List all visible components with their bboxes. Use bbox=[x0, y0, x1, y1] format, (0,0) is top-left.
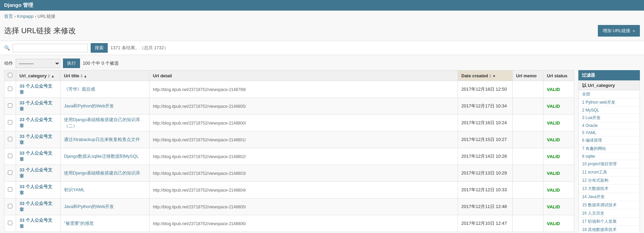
breadcrumb-home[interactable]: 首页 bbox=[4, 14, 13, 19]
row-date: 2017年12月17日 10:34 bbox=[458, 98, 513, 115]
row-status: VALID bbox=[543, 81, 574, 98]
search-button[interactable]: 搜索 bbox=[91, 43, 108, 53]
col-status-header: Url status bbox=[543, 70, 574, 81]
row-title[interactable]: "被需要"的感觉 bbox=[61, 215, 149, 232]
row-title[interactable]: 使用Django基础模板搭建自己的知识库（二） bbox=[61, 115, 149, 131]
row-date: 2017年12月10日 12:47 bbox=[458, 215, 513, 232]
row-checkbox[interactable] bbox=[8, 187, 12, 192]
filter-item[interactable]: 10 project项目管理 bbox=[578, 160, 640, 168]
main-layout: Url_category 2 ▲ Url title 3 ▲ Url detai… bbox=[0, 70, 644, 233]
row-checkbox[interactable] bbox=[8, 154, 12, 158]
row-date: 2017年12月16日 10:24 bbox=[458, 115, 513, 131]
row-detail: http://blog.itpub.net/23718752/viewspace… bbox=[149, 98, 458, 115]
row-checkbox[interactable] bbox=[8, 137, 12, 141]
filter-item[interactable]: 7 有趣的网站 bbox=[578, 145, 640, 153]
row-detail: http://blog.itpub.net/23718752/viewspace… bbox=[149, 232, 458, 233]
row-checkbox-cell[interactable] bbox=[4, 148, 16, 165]
select-all-checkbox[interactable] bbox=[8, 73, 12, 77]
col-date-header[interactable]: Date created 1 ▼ bbox=[458, 70, 513, 81]
filter-item[interactable]: 8 sqlite bbox=[578, 153, 640, 160]
row-checkbox-cell[interactable] bbox=[4, 98, 16, 115]
row-checkbox-cell[interactable] bbox=[4, 81, 16, 98]
row-checkbox[interactable] bbox=[8, 170, 12, 175]
filter-item[interactable]: 16 人文历史 bbox=[578, 209, 640, 218]
row-detail: http://blog.itpub.net/23718752/viewspace… bbox=[149, 81, 458, 98]
row-checkbox[interactable] bbox=[8, 221, 12, 225]
row-title[interactable]: 通过Xtrabackup日志来恢复检查点文件 bbox=[61, 131, 149, 148]
add-icon: + bbox=[632, 28, 635, 34]
row-category[interactable]: 33 个人公众号文章 bbox=[16, 148, 61, 165]
page-title: 选择 URL链接 来修改 bbox=[4, 26, 76, 36]
row-checkbox[interactable] bbox=[8, 103, 12, 108]
filter-item[interactable]: 全部 bbox=[578, 90, 640, 99]
row-category[interactable]: 33 个人公众号文章 bbox=[16, 131, 61, 148]
row-detail: http://blog.itpub.net/23718752/viewspace… bbox=[149, 131, 458, 148]
filter-item[interactable]: 11 scrum工具 bbox=[578, 168, 640, 177]
actions-label: 动作 bbox=[4, 60, 13, 66]
filter-item[interactable]: 15 数据库调试技术 bbox=[578, 201, 640, 209]
search-bar: 🔍 搜索 1371 条结果。（总共 1732） bbox=[0, 41, 644, 55]
filter-item[interactable]: 3 Lua开发 bbox=[578, 114, 640, 122]
table-row: 33 个人公众号文章 使用Django基础模板搭建自己的知识库 http://b… bbox=[4, 165, 574, 182]
page-title-row: 选择 URL链接 来修改 增加 URL链接 + bbox=[0, 22, 644, 41]
row-category[interactable]: 33 个人公众号文章 bbox=[16, 115, 61, 131]
data-table: Url_category 2 ▲ Url title 3 ▲ Url detai… bbox=[4, 70, 574, 233]
row-date: 2017年12月12日 10:33 bbox=[458, 182, 513, 198]
filter-item[interactable]: 2 MySQL bbox=[578, 107, 640, 114]
row-date: 2017年12月18日 12:50 bbox=[458, 81, 513, 98]
row-checkbox-cell[interactable] bbox=[4, 115, 16, 131]
row-title[interactable]: 使用Django基础模板搭建自己的知识库 bbox=[61, 165, 149, 182]
row-checkbox[interactable] bbox=[8, 87, 12, 91]
filter-item[interactable]: 12 分布式架构 bbox=[578, 177, 640, 185]
row-title[interactable]: 初识YAML bbox=[61, 182, 149, 198]
row-memo bbox=[513, 148, 543, 165]
row-title[interactable]: 熟悉而又陌生的北京 bbox=[61, 232, 149, 233]
row-checkbox-cell[interactable] bbox=[4, 215, 16, 232]
row-category[interactable]: 33 个人公众号文章 bbox=[16, 182, 61, 198]
row-checkbox[interactable] bbox=[8, 204, 12, 208]
row-checkbox[interactable] bbox=[8, 120, 12, 125]
row-memo bbox=[513, 215, 543, 232]
col-category-header[interactable]: Url_category 2 ▲ bbox=[16, 70, 61, 81]
row-category[interactable]: 33 个人公众号文章 bbox=[16, 198, 61, 215]
filter-item[interactable]: 5 YAML bbox=[578, 129, 640, 137]
breadcrumb-app[interactable]: Kmpapp bbox=[17, 14, 34, 19]
search-input[interactable] bbox=[13, 44, 88, 52]
filter-item[interactable]: 4 Oracle bbox=[578, 122, 640, 129]
row-category[interactable]: 33 个人公众号文章 bbox=[16, 98, 61, 115]
filter-item[interactable]: 1 Python web开发 bbox=[578, 99, 640, 107]
row-title[interactable]: 《芳华》观后感 bbox=[61, 81, 149, 98]
row-checkbox-cell[interactable] bbox=[4, 165, 16, 182]
row-detail: http://blog.itpub.net/23718752/viewspace… bbox=[149, 115, 458, 131]
row-checkbox-cell[interactable] bbox=[4, 198, 16, 215]
col-title-header[interactable]: Url title 3 ▲ bbox=[61, 70, 149, 81]
row-category[interactable]: 33 个人公众号文章 bbox=[16, 81, 61, 98]
row-category[interactable]: 33 个人公众号文章 bbox=[16, 165, 61, 182]
row-title[interactable]: Django数据从sqlite迁移数据到MySQL bbox=[61, 148, 149, 165]
execute-button[interactable]: 执行 bbox=[63, 59, 80, 68]
row-title[interactable]: Java和Python的Web开发 bbox=[61, 198, 149, 215]
add-url-button[interactable]: 增加 URL链接 + bbox=[598, 25, 640, 37]
filter-item[interactable]: 17 职场和个人发展 bbox=[578, 218, 640, 226]
row-checkbox-cell[interactable] bbox=[4, 182, 16, 198]
col-check-header bbox=[4, 70, 16, 81]
row-category[interactable]: 33 个人公众号文章 bbox=[16, 215, 61, 232]
site-title: Django 管理 bbox=[4, 2, 33, 9]
action-select[interactable]: ---------- bbox=[16, 59, 60, 68]
row-status: VALID bbox=[543, 98, 574, 115]
row-category[interactable]: 33 个人公众号文章 bbox=[16, 232, 61, 233]
filter-item[interactable]: 18 其他数据库技术 bbox=[578, 226, 640, 233]
row-memo bbox=[513, 81, 543, 98]
filter-item[interactable]: 6 编译原理 bbox=[578, 137, 640, 145]
filter-item[interactable]: 14 Java开发 bbox=[578, 193, 640, 201]
row-date: 2017年12月11日 12:48 bbox=[458, 198, 513, 215]
filter-items-list: 全部1 Python web开发2 MySQL3 Lua开发4 Oracle5 … bbox=[578, 90, 640, 233]
col-detail-header: Url detail bbox=[149, 70, 458, 81]
row-checkbox-cell[interactable] bbox=[4, 131, 16, 148]
row-checkbox-cell[interactable] bbox=[4, 232, 16, 233]
row-date: 2017年12月15日 10:27 bbox=[458, 131, 513, 148]
table-row: 33 个人公众号文章 Django数据从sqlite迁移数据到MySQL htt… bbox=[4, 148, 574, 165]
row-title[interactable]: Java和Python的Web开发 bbox=[61, 98, 149, 115]
table-body: 33 个人公众号文章 《芳华》观后感 http://blog.itpub.net… bbox=[4, 81, 574, 233]
filter-item[interactable]: 13 大数据技术 bbox=[578, 185, 640, 193]
